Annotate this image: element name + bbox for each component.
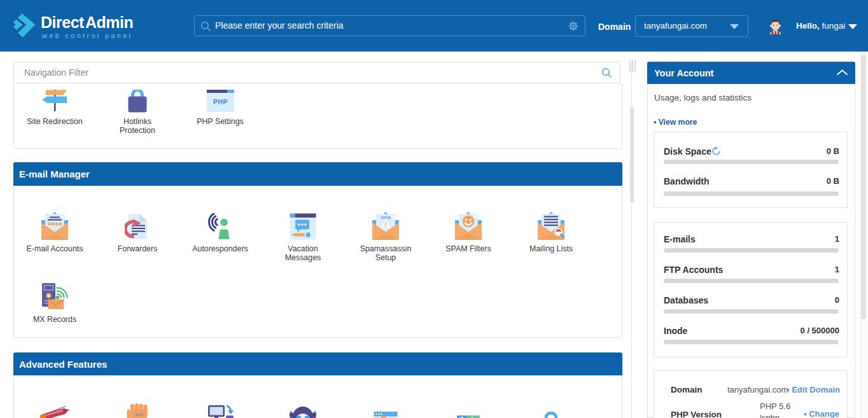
svg-text:PHP: PHP [213,98,227,106]
svg-text:xxx: xxx [135,412,143,417]
svg-text:SPAM: SPAM [381,216,391,219]
